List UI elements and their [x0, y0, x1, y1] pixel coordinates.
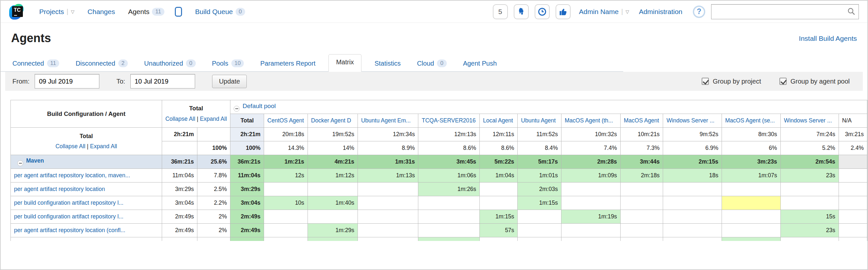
divider: | [621, 8, 623, 15]
checkbox-box[interactable] [779, 78, 786, 85]
agent-link[interactable]: MacOS Agent (th... [565, 117, 613, 124]
agent-link[interactable]: Ubuntu Agent Em... [361, 117, 411, 124]
tab-statistics[interactable]: Statistics [371, 56, 404, 72]
config-name-link[interactable]: per build configuration artifact reposit… [14, 213, 124, 220]
tab-label: Unauthorized [144, 60, 183, 67]
nav-build-queue-label[interactable]: Build Queue [195, 8, 233, 16]
config-name-link[interactable]: per agent artifact repository location, … [14, 172, 130, 178]
row-percent-cell: 2.2% [197, 196, 230, 210]
collapse-toggle-icon[interactable] [17, 160, 23, 166]
tab-agent-push[interactable]: Agent Push [460, 56, 500, 72]
agent-value-cell: 18s [663, 169, 722, 182]
agent-value-cell [780, 182, 839, 196]
agent-value-cell: 12s [264, 169, 308, 182]
total-percent-cell: 100% [197, 141, 230, 155]
project-group-row: Maven36m:21s25.6%36m:21s1m:21s4m:21s1m:3… [11, 155, 867, 169]
checkbox-box[interactable] [702, 78, 709, 85]
agent-value-cell: 2m:18s [620, 169, 663, 182]
config-name-cell: per agent artifact repository location [11, 182, 162, 196]
to-date-input[interactable] [130, 74, 195, 89]
agent-link[interactable]: Ubuntu Agent [521, 117, 556, 124]
agent-value-cell: 2m:54s [780, 155, 839, 169]
search-icon[interactable] [847, 7, 856, 16]
collapse-all-link[interactable]: Collapse All [56, 143, 85, 149]
build-time-clock-button[interactable] [535, 4, 550, 19]
row-total-time-cell: 2m:49s [162, 224, 197, 237]
agent-percent-cell: 6% [722, 141, 781, 155]
nav-changes[interactable]: Changes [88, 8, 115, 16]
favorite-projects-count-button[interactable]: 5 [493, 4, 508, 19]
agent-link[interactable]: CentOS Agent [267, 117, 304, 124]
nav-projects[interactable]: Projects | ▽ [39, 8, 74, 16]
agent-link[interactable]: MacOS Agent (se... [725, 117, 775, 124]
agent-link[interactable]: Windows Server ... [666, 117, 714, 124]
agent-link[interactable]: Local Agent [483, 117, 513, 124]
help-icon[interactable]: ? [693, 5, 705, 18]
tab-matrix[interactable]: Matrix [329, 54, 361, 72]
tab-label: Parameters Report [260, 60, 315, 67]
update-button[interactable]: Update [212, 75, 247, 88]
row-pool-total-cell [230, 237, 264, 241]
agent-column-header: Ubuntu Agent [518, 114, 561, 128]
search-input[interactable] [711, 4, 859, 19]
agent-value-cell [418, 224, 480, 237]
row-pool-total-cell: 3m:04s [230, 196, 264, 210]
nav-administration[interactable]: Administration [639, 8, 682, 16]
nav-changes-label[interactable]: Changes [88, 8, 115, 16]
collapse-all-link[interactable]: Collapse All [165, 115, 195, 122]
pool-name-link[interactable]: Default pool [243, 103, 276, 109]
group-name-link[interactable]: Maven [26, 157, 44, 164]
nav-projects-label[interactable]: Projects [39, 8, 64, 16]
tab-parameters-report[interactable]: Parameters Report [257, 56, 319, 72]
agent-value-cell [518, 224, 561, 237]
expand-all-link[interactable]: Expand All [90, 143, 117, 149]
agent-percent-cell: 5.2% [780, 141, 839, 155]
nav-agents[interactable]: Agents 11 [128, 7, 182, 16]
teamcity-logo-icon[interactable]: TC [9, 4, 25, 20]
tab-count-badge: 2 [118, 59, 128, 67]
checkbox-group-by-project[interactable]: Group by project [702, 78, 761, 85]
chevron-down-icon[interactable]: ▽ [71, 9, 74, 14]
agent-value-cell [780, 237, 839, 241]
agent-value-cell [264, 210, 308, 224]
investigations-rooster-button[interactable] [514, 4, 529, 19]
agent-value-cell: 1m:15s [518, 196, 561, 210]
checkbox-group-by-agent-pool[interactable]: Group by agent pool [779, 78, 850, 85]
agent-link[interactable]: MacOS Agent [624, 117, 659, 124]
agent-value-cell: 1m:13s [358, 169, 418, 182]
config-name-link[interactable]: per agent artifact repository location [14, 186, 105, 192]
agent-value-cell [264, 237, 308, 241]
agent-column-header: Windows Server ... [780, 114, 839, 128]
tab-disconnected[interactable]: Disconnected2 [72, 56, 131, 72]
chevron-down-icon[interactable]: ▽ [625, 9, 629, 14]
tab-cloud[interactable]: Cloud0 [414, 56, 450, 72]
agent-link[interactable]: Windows Server ... [784, 117, 832, 124]
total-header-label: Total [165, 105, 227, 112]
agent-total-time-cell: 10m:21s [620, 128, 663, 141]
agent-value-cell [663, 182, 722, 196]
tab-label: Cloud [417, 60, 434, 67]
tab-label: Statistics [374, 60, 401, 67]
likes-button[interactable] [556, 4, 570, 19]
install-build-agents-link[interactable]: Install Build Agents [799, 35, 857, 42]
nav-build-queue[interactable]: Build Queue 0 [195, 8, 245, 16]
agent-link[interactable]: TCQA-SERVER2016 [422, 117, 475, 124]
expand-all-link[interactable]: Expand All [200, 115, 227, 122]
config-name-link[interactable]: per agent artifact repository location (… [14, 227, 125, 233]
tab-unauthorized[interactable]: Unauthorized0 [141, 56, 199, 72]
user-menu[interactable]: Admin Name | ▽ [579, 8, 629, 16]
total-row-time: TotalCollapse All | Expand All2h:21m2h:2… [11, 128, 867, 141]
agent-value-cell [561, 182, 621, 196]
collapse-toggle-icon[interactable] [234, 106, 240, 112]
agent-value-cell [722, 182, 781, 196]
agent-link[interactable]: Docker Agent D [311, 117, 351, 124]
nav-agents-label[interactable]: Agents [128, 8, 149, 16]
from-date-input[interactable] [35, 74, 99, 89]
rooster-icon [517, 7, 526, 16]
agent-value-cell: 57s [480, 224, 518, 237]
agents-count-badge: 11 [152, 8, 164, 16]
config-name-link[interactable]: per build configuration artifact reposit… [14, 200, 124, 206]
tab-connected[interactable]: Connected11 [9, 56, 62, 72]
tab-pools[interactable]: Pools10 [209, 56, 247, 72]
user-name-label[interactable]: Admin Name [579, 8, 619, 16]
